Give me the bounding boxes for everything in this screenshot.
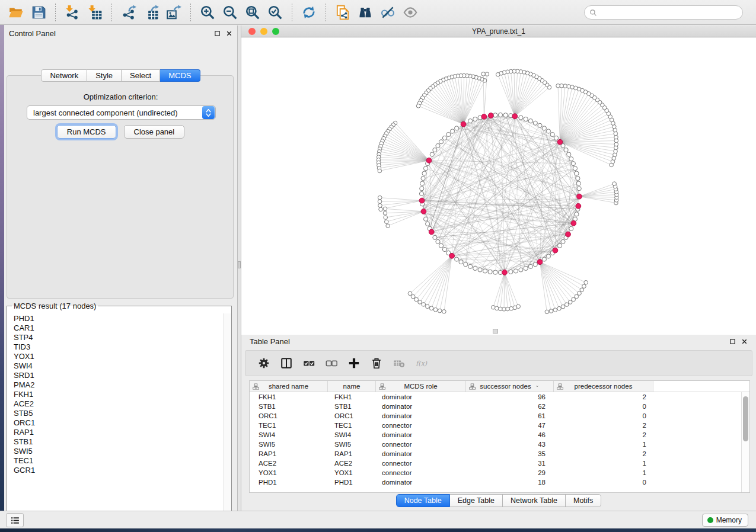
select-all-button[interactable] xyxy=(300,354,318,373)
table-row[interactable]: YOX1YOX1connector291 xyxy=(250,468,741,477)
graph-node[interactable] xyxy=(577,187,581,191)
graph-node[interactable] xyxy=(420,187,424,191)
graph-node[interactable] xyxy=(549,309,553,313)
graph-node[interactable] xyxy=(429,306,433,310)
graph-hub-node[interactable] xyxy=(577,194,582,199)
graph-node[interactable] xyxy=(506,307,510,311)
graph-node[interactable] xyxy=(557,306,562,310)
graph-node[interactable] xyxy=(564,148,568,152)
cell-predecessor-nodes[interactable]: 0 xyxy=(554,479,653,486)
mcds-result-item[interactable]: PMA2 xyxy=(14,380,223,390)
tab-network[interactable]: Network xyxy=(41,69,87,82)
graph-node[interactable] xyxy=(496,72,500,76)
close-panel-icon[interactable] xyxy=(226,30,232,37)
zoom-selected-button[interactable] xyxy=(265,2,285,23)
column-header-name[interactable]: name xyxy=(328,381,376,392)
mcds-result-item[interactable]: RAP1 xyxy=(14,428,223,437)
graph-hub-node[interactable] xyxy=(421,209,426,214)
table-row[interactable]: ACE2ACE2connector311 xyxy=(250,459,741,468)
graph-node[interactable] xyxy=(455,257,459,261)
graph-node[interactable] xyxy=(478,268,482,272)
cell-shared-name[interactable]: TEC1 xyxy=(250,422,328,429)
graph-hub-node[interactable] xyxy=(557,139,563,145)
cell-shared-name[interactable]: FKH1 xyxy=(250,393,328,400)
graph-hub-node[interactable] xyxy=(512,114,518,119)
graph-node[interactable] xyxy=(442,310,446,314)
graph-node[interactable] xyxy=(498,113,502,117)
graph-node[interactable] xyxy=(416,104,420,108)
graph-node[interactable] xyxy=(533,121,537,125)
tab-network-table[interactable]: Network Table xyxy=(503,494,566,507)
mcds-result-item[interactable]: TEC1 xyxy=(14,456,223,466)
graph-node[interactable] xyxy=(426,305,430,309)
cell-shared-name[interactable]: PHD1 xyxy=(250,479,328,486)
cell-predecessor-nodes[interactable]: 2 xyxy=(554,422,653,429)
graph-hub-node[interactable] xyxy=(537,259,543,265)
graph-node[interactable] xyxy=(550,132,554,136)
graph-node[interactable] xyxy=(546,129,550,133)
cell-MCDS-role[interactable]: connector xyxy=(376,422,466,429)
graph-node[interactable] xyxy=(509,270,513,274)
float-table-panel-icon[interactable] xyxy=(729,338,736,345)
cell-successor-nodes[interactable]: 47 xyxy=(466,422,554,429)
cell-successor-nodes[interactable]: 43 xyxy=(466,441,554,448)
cell-successor-nodes[interactable]: 96 xyxy=(466,393,554,400)
graph-node[interactable] xyxy=(378,169,382,173)
export-table-button[interactable] xyxy=(141,2,161,23)
sort-chevron-icon[interactable] xyxy=(535,384,540,388)
cell-shared-name[interactable]: ORC1 xyxy=(250,412,328,419)
cell-predecessor-nodes[interactable]: 2 xyxy=(554,393,653,400)
apply-layout-button[interactable] xyxy=(299,2,319,23)
tab-select[interactable]: Select xyxy=(122,69,160,82)
tab-edge-table[interactable]: Edge Table xyxy=(450,494,503,507)
graph-node[interactable] xyxy=(438,309,442,313)
graph-node[interactable] xyxy=(567,152,571,156)
graph-node[interactable] xyxy=(503,113,508,117)
graph-node[interactable] xyxy=(533,262,537,267)
network-canvas[interactable] xyxy=(241,38,756,335)
graph-node[interactable] xyxy=(468,264,473,268)
mcds-result-item[interactable]: ACE2 xyxy=(14,399,223,409)
table-scrollbar[interactable] xyxy=(741,392,749,492)
graph-hub-node[interactable] xyxy=(566,232,571,237)
graph-node[interactable] xyxy=(545,310,549,314)
zoom-out-button[interactable] xyxy=(220,2,240,23)
cell-shared-name[interactable]: YOX1 xyxy=(250,469,328,476)
graph-node[interactable] xyxy=(433,235,437,239)
graph-node[interactable] xyxy=(473,117,477,121)
cell-predecessor-nodes[interactable]: 2 xyxy=(554,431,653,438)
mcds-result-list[interactable]: PHD1CAR1STP4TID3YOX1SWI4SRD1PMA2FKH1ACE2… xyxy=(8,314,223,521)
graph-node[interactable] xyxy=(538,123,542,127)
graph-node[interactable] xyxy=(423,217,428,221)
cell-predecessor-nodes[interactable]: 1 xyxy=(554,441,653,448)
cell-shared-name[interactable]: SWI4 xyxy=(250,431,328,438)
float-panel-icon[interactable] xyxy=(214,30,221,37)
graph-node[interactable] xyxy=(383,207,387,211)
graph-node[interactable] xyxy=(459,260,463,264)
import-network-button[interactable] xyxy=(62,2,82,23)
delete-row-button[interactable] xyxy=(368,354,385,373)
graph-node[interactable] xyxy=(485,72,489,76)
cell-successor-nodes[interactable]: 61 xyxy=(466,412,554,419)
deselect-all-button[interactable] xyxy=(323,354,340,373)
mcds-result-item[interactable]: SWI4 xyxy=(14,361,223,371)
graph-node[interactable] xyxy=(542,126,546,130)
tab-style[interactable]: Style xyxy=(87,69,122,82)
cell-MCDS-role[interactable]: dominator xyxy=(376,403,466,410)
graph-node[interactable] xyxy=(575,212,579,216)
cell-name[interactable]: ORC1 xyxy=(328,412,376,419)
graph-node[interactable] xyxy=(493,113,497,117)
graph-node[interactable] xyxy=(436,239,440,243)
graph-node[interactable] xyxy=(488,270,492,274)
table-row[interactable]: RAP1RAP1dominator352 xyxy=(250,449,741,459)
mcds-result-item[interactable]: ORC1 xyxy=(14,418,223,428)
graph-node[interactable] xyxy=(572,297,576,302)
cell-predecessor-nodes[interactable]: 0 xyxy=(554,412,653,419)
graph-node[interactable] xyxy=(439,243,443,248)
search-box[interactable] xyxy=(584,5,743,20)
graph-node[interactable] xyxy=(575,171,579,175)
graph-node[interactable] xyxy=(569,226,573,230)
graph-node[interactable] xyxy=(422,171,426,175)
graph-node[interactable] xyxy=(439,140,443,144)
graph-node[interactable] xyxy=(483,269,487,273)
